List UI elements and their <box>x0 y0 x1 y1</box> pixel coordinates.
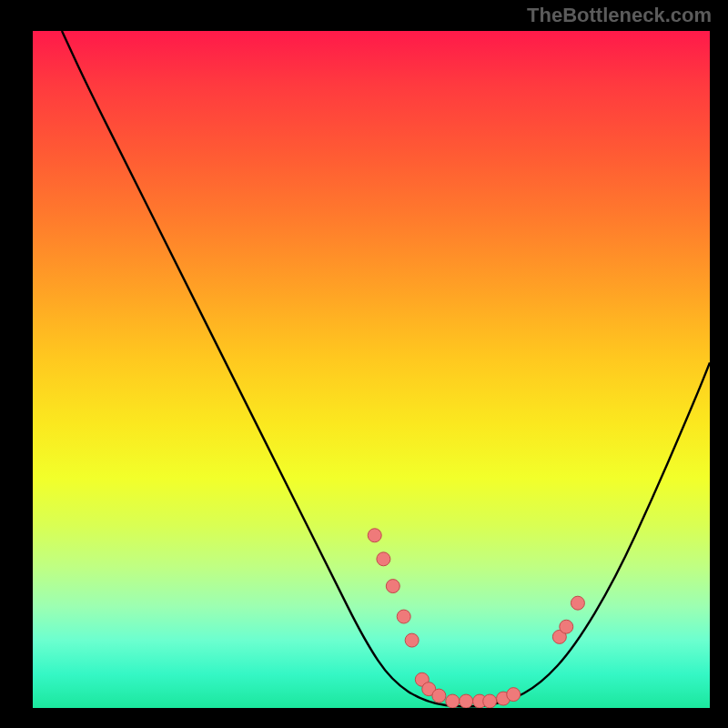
data-point <box>507 688 521 702</box>
watermark-text: TheBottleneck.com <box>527 4 712 27</box>
data-point <box>483 694 497 708</box>
data-point <box>571 596 584 610</box>
data-point <box>446 694 460 708</box>
data-point <box>432 689 446 703</box>
data-point <box>386 580 399 593</box>
data-point <box>377 552 390 566</box>
data-point <box>368 529 381 542</box>
data-point <box>405 633 419 647</box>
chart-svg <box>33 31 710 708</box>
data-point <box>460 694 473 708</box>
plot-area <box>33 31 710 708</box>
data-points-group <box>368 529 584 708</box>
data-point <box>560 620 573 633</box>
data-point <box>397 610 410 623</box>
bottleneck-curve <box>62 31 710 707</box>
